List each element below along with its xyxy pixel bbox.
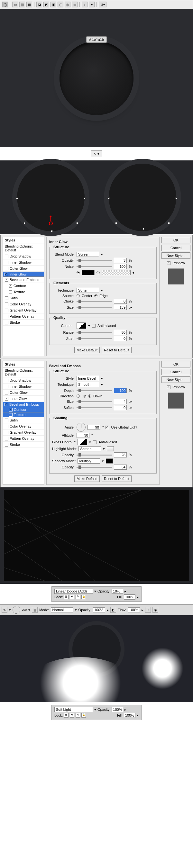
style-gradient-overlay[interactable]: Gradient Overlay bbox=[3, 307, 44, 313]
layer-opacity[interactable]: 10% bbox=[112, 589, 123, 594]
shadow-color[interactable] bbox=[106, 459, 113, 464]
gear-icon[interactable]: ⚙▾ bbox=[99, 2, 107, 7]
choke-slider[interactable] bbox=[77, 301, 112, 302]
layer-fill[interactable]: 100% bbox=[124, 713, 135, 718]
cancel-button[interactable]: Cancel bbox=[162, 245, 190, 251]
opacity-slider[interactable] bbox=[77, 260, 112, 261]
altitude-input[interactable]: 30 bbox=[77, 433, 89, 438]
link-icon[interactable]: ⟐ bbox=[82, 2, 87, 7]
knob-left[interactable]: ↑ bbox=[17, 164, 85, 231]
highlight-color[interactable] bbox=[107, 446, 114, 452]
choke-input[interactable]: 0 bbox=[114, 299, 127, 304]
size-input[interactable]: 139 bbox=[114, 305, 127, 310]
style-pattern-overlay[interactable]: Pattern Overlay bbox=[3, 436, 44, 442]
brush-flow[interactable]: 100% bbox=[128, 607, 140, 613]
global-light-checkbox[interactable] bbox=[106, 426, 109, 429]
style-drop-shadow[interactable]: Drop Shadow bbox=[3, 377, 44, 383]
airbrush-icon[interactable]: ✈ bbox=[145, 607, 151, 613]
gloss-aa-checkbox[interactable] bbox=[93, 440, 96, 444]
style-texture[interactable]: Texture bbox=[3, 412, 44, 417]
shadow-opacity-input[interactable]: 34 bbox=[114, 465, 127, 470]
highlight-opacity-slider[interactable] bbox=[77, 455, 112, 456]
source-center[interactable] bbox=[77, 294, 80, 298]
ok-button[interactable]: OK bbox=[162, 361, 190, 368]
style-gradient-overlay[interactable]: Gradient Overlay bbox=[3, 430, 44, 436]
shadow-opacity-slider[interactable] bbox=[77, 467, 112, 468]
size-slider[interactable] bbox=[77, 307, 112, 308]
intersect-icon[interactable]: ▣ bbox=[51, 2, 56, 7]
glow-gradient[interactable] bbox=[102, 270, 131, 275]
style-dropdown-icon[interactable]: ▾ bbox=[89, 2, 94, 7]
glow-color[interactable] bbox=[82, 270, 94, 275]
gloss-contour[interactable] bbox=[78, 439, 87, 445]
source-edge[interactable] bbox=[94, 294, 98, 298]
jitter-input[interactable]: 0 bbox=[114, 336, 127, 341]
ok-button[interactable]: OK bbox=[162, 237, 190, 243]
depth-slider[interactable] bbox=[77, 390, 112, 391]
style-outer-glow[interactable]: Outer Glow bbox=[3, 390, 44, 396]
style-satin[interactable]: Satin bbox=[3, 417, 44, 424]
technique-select[interactable]: Softer bbox=[77, 288, 99, 293]
new-style-button[interactable]: New Style... bbox=[162, 376, 190, 383]
style-inner-glow[interactable]: Inner Glow bbox=[3, 272, 44, 277]
bevel-size-input[interactable]: 4 bbox=[114, 399, 127, 404]
soften-input[interactable]: 0 bbox=[114, 405, 127, 410]
cancel-button[interactable]: Cancel bbox=[162, 369, 190, 375]
style-bevel-emboss[interactable]: Bevel and Emboss bbox=[3, 402, 44, 407]
noise-slider[interactable] bbox=[77, 266, 112, 267]
angle-dial[interactable] bbox=[77, 423, 86, 432]
lock-pixels-icon[interactable]: ▦ bbox=[64, 713, 68, 717]
lock-brush-icon[interactable]: ✎ bbox=[76, 713, 80, 717]
knob-right[interactable] bbox=[109, 164, 176, 231]
subtract-icon[interactable]: ◩ bbox=[44, 2, 49, 7]
lock-all-icon[interactable]: 🔒 bbox=[81, 713, 86, 717]
style-contour[interactable]: Contour bbox=[3, 283, 44, 289]
new-style-button[interactable]: New Style... bbox=[162, 252, 190, 259]
depth-input[interactable]: 100 bbox=[114, 388, 127, 393]
bevel-technique-select[interactable]: Smooth bbox=[77, 382, 99, 387]
style-inner-glow[interactable]: Inner Glow bbox=[3, 396, 44, 402]
style-bevel-emboss[interactable]: Bevel and Emboss bbox=[3, 277, 44, 283]
brush-opacity[interactable]: 100% bbox=[93, 607, 105, 613]
shape-exclude-icon[interactable]: ◎ bbox=[65, 2, 71, 7]
shadow-mode-select[interactable]: Multiply bbox=[78, 459, 100, 464]
blending-options[interactable]: Blending Options: Default bbox=[3, 243, 44, 253]
lock-position-icon[interactable]: ✥ bbox=[70, 595, 74, 599]
layer-fill[interactable]: 100% bbox=[124, 594, 135, 599]
layer-opacity[interactable]: 100% bbox=[112, 707, 123, 712]
range-slider[interactable] bbox=[77, 332, 112, 333]
bevel-size-slider[interactable] bbox=[77, 401, 112, 402]
jitter-slider[interactable] bbox=[77, 338, 112, 339]
cursor-button[interactable]: ↖ ▾ bbox=[91, 151, 102, 157]
bevel-style-select[interactable]: Inner Bevel bbox=[77, 376, 99, 381]
pressure-opacity-icon[interactable]: ◐ bbox=[110, 607, 116, 613]
reset-default-button[interactable]: Reset to Default bbox=[102, 347, 132, 353]
style-contour[interactable]: Contour bbox=[3, 407, 44, 412]
style-inner-shadow[interactable]: Inner Shadow bbox=[3, 383, 44, 390]
style-outer-glow[interactable]: Outer Glow bbox=[3, 266, 44, 272]
exclude-icon[interactable]: ▢ bbox=[58, 2, 63, 7]
make-default-button[interactable]: Make Default bbox=[74, 347, 100, 353]
preview-checkbox[interactable] bbox=[167, 261, 170, 265]
blend-mode-select[interactable]: Soft Light bbox=[54, 707, 93, 712]
angle-input[interactable]: 90 bbox=[87, 425, 100, 430]
lock-brush-icon[interactable]: ✎ bbox=[76, 595, 80, 599]
brush-mode-select[interactable]: Normal bbox=[51, 607, 73, 613]
preview-checkbox[interactable] bbox=[167, 385, 170, 389]
style-stroke[interactable]: Stroke bbox=[3, 442, 44, 448]
lock-position-icon[interactable]: ✥ bbox=[70, 713, 74, 717]
blending-options[interactable]: Blending Options: Default bbox=[3, 368, 44, 377]
reset-default-button[interactable]: Reset to Default bbox=[102, 475, 132, 482]
range-input[interactable]: 50 bbox=[114, 330, 127, 335]
soften-slider[interactable] bbox=[77, 407, 112, 408]
brush-tool-icon[interactable]: ✎ bbox=[2, 607, 7, 613]
anti-aliased-checkbox[interactable] bbox=[92, 324, 95, 328]
knob-shape[interactable] bbox=[59, 41, 134, 115]
ellipse-tool-icon[interactable]: ◯ bbox=[2, 2, 8, 7]
style-color-overlay[interactable]: Color Overlay bbox=[3, 301, 44, 307]
style-inner-shadow[interactable]: Inner Shadow bbox=[3, 259, 44, 266]
path-mode-icon[interactable]: ▭ bbox=[12, 2, 18, 7]
brush-size[interactable]: 200 bbox=[22, 608, 27, 612]
combine-icon[interactable]: ◪ bbox=[36, 2, 42, 7]
lock-all-icon[interactable]: 🔒 bbox=[81, 595, 86, 599]
